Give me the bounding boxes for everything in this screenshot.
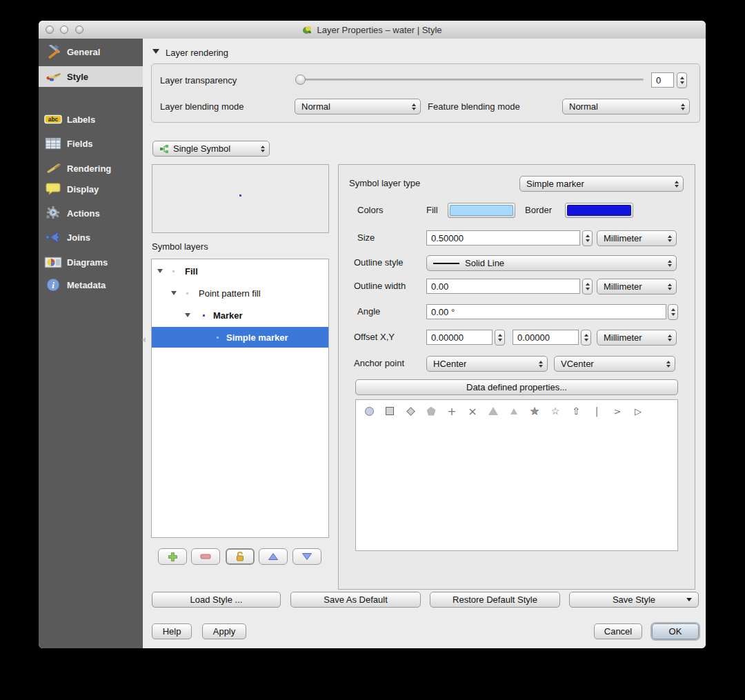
offset-y-spinner[interactable] bbox=[581, 330, 591, 346]
circle-marker-icon[interactable] bbox=[363, 405, 375, 417]
tree-item-point-pattern-fill[interactable]: Point pattern fill bbox=[152, 283, 328, 303]
transparency-value-field[interactable]: 0 bbox=[651, 72, 674, 88]
lock-symbol-layer-button[interactable] bbox=[226, 548, 255, 565]
titlebar[interactable]: Layer Properties – water | Style bbox=[39, 21, 706, 39]
arrowhead-marker-icon[interactable]: > bbox=[611, 405, 624, 417]
outline-width-spinner[interactable] bbox=[582, 279, 593, 294]
size-field[interactable]: 0.50000 bbox=[426, 230, 580, 246]
simple-marker-symbol-icon bbox=[217, 337, 219, 339]
anchor-h-dropdown[interactable]: HCenter bbox=[426, 356, 548, 372]
symbol-layers-label: Symbol layers bbox=[152, 241, 208, 252]
size-spinner[interactable] bbox=[582, 230, 593, 246]
save-style-button[interactable]: Save Style bbox=[569, 592, 699, 608]
outline-width-unit-dropdown[interactable]: Millimeter bbox=[597, 279, 677, 294]
cross-marker-icon[interactable]: + bbox=[446, 405, 458, 417]
angle-spinner[interactable] bbox=[668, 304, 678, 320]
ok-button[interactable]: OK bbox=[652, 623, 699, 639]
cross2-marker-icon[interactable]: × bbox=[466, 405, 479, 417]
layer-rendering-header[interactable]: Layer rendering bbox=[166, 48, 228, 58]
sidebar-item-fields[interactable]: Fields bbox=[39, 133, 143, 154]
dropdown-arrows-icon bbox=[668, 260, 672, 267]
cancel-button[interactable]: Cancel bbox=[594, 623, 642, 639]
offset-label: Offset X,Y bbox=[354, 332, 395, 342]
border-color-swatch[interactable] bbox=[565, 203, 633, 218]
outline-width-field[interactable]: 0.00 bbox=[426, 279, 580, 294]
sidebar-item-actions[interactable]: Actions bbox=[39, 203, 143, 223]
expand-arrow-icon[interactable] bbox=[185, 313, 190, 317]
tools-icon bbox=[44, 43, 62, 60]
border-color-inner bbox=[567, 205, 631, 216]
sidebar-item-metadata[interactable]: i Metadata bbox=[39, 274, 143, 295]
offset-y-field[interactable]: 0.00000 bbox=[513, 330, 579, 345]
load-style-button[interactable]: Load Style ... bbox=[152, 592, 281, 608]
lock-open-icon bbox=[235, 551, 246, 562]
size-unit-dropdown[interactable]: Millimeter bbox=[597, 230, 677, 246]
add-symbol-layer-button[interactable] bbox=[158, 548, 187, 565]
square-marker-icon[interactable] bbox=[384, 405, 396, 417]
down-arrow-icon bbox=[301, 552, 312, 561]
pentagon-marker-icon[interactable] bbox=[425, 405, 437, 417]
layer-properties-window: Layer Properties – water | Style General… bbox=[39, 21, 706, 648]
symbol-properties-panel: Symbol layer type Simple marker Colors F… bbox=[338, 164, 695, 590]
arrow-marker-icon[interactable]: ⇧ bbox=[570, 405, 582, 417]
offset-x-spinner[interactable] bbox=[495, 330, 505, 346]
feature-blending-dropdown[interactable]: Normal bbox=[562, 99, 690, 114]
help-button[interactable]: Help bbox=[152, 623, 192, 639]
tree-item-simple-marker[interactable]: Simple marker bbox=[152, 327, 328, 348]
sidebar-item-style[interactable]: Style bbox=[39, 66, 143, 87]
transparency-slider-handle[interactable] bbox=[295, 74, 306, 85]
info-icon: i bbox=[44, 277, 62, 293]
symbol-layers-tree: Fill Point pattern fill Marker Simple ma… bbox=[151, 259, 329, 538]
angle-field[interactable]: 0.00 ° bbox=[426, 304, 666, 319]
marker-symbol-icon bbox=[203, 314, 205, 317]
anchor-point-label: Anchor point bbox=[354, 358, 404, 368]
outline-style-dropdown[interactable]: Solid Line bbox=[426, 255, 677, 271]
tree-item-fill[interactable]: Fill bbox=[152, 261, 328, 281]
filled-arrowhead-marker-icon[interactable]: ▷ bbox=[632, 405, 644, 417]
star-marker-icon[interactable]: ☆ bbox=[549, 405, 562, 417]
collapse-triangle-icon[interactable] bbox=[152, 49, 159, 54]
line-marker-icon[interactable]: | bbox=[590, 405, 603, 417]
offset-unit-dropdown[interactable]: Millimeter bbox=[597, 330, 677, 346]
offset-x-field[interactable]: 0.00000 bbox=[426, 330, 493, 345]
svg-text:abc: abc bbox=[48, 116, 59, 123]
expand-arrow-icon[interactable] bbox=[171, 291, 177, 295]
sidebar-item-labels[interactable]: abc Labels bbox=[39, 109, 143, 130]
symbol-layer-type-label: Symbol layer type bbox=[349, 178, 420, 188]
move-down-button[interactable] bbox=[292, 548, 321, 565]
single-symbol-icon bbox=[159, 144, 169, 154]
apply-button[interactable]: Apply bbox=[202, 623, 246, 639]
sidebar-item-display[interactable]: Display bbox=[39, 179, 143, 199]
dropdown-arrows-icon bbox=[412, 103, 416, 110]
save-as-default-button[interactable]: Save As Default bbox=[290, 592, 421, 608]
sidebar-item-rendering[interactable]: Rendering bbox=[39, 158, 143, 179]
remove-symbol-layer-button[interactable] bbox=[191, 548, 220, 565]
sidebar-item-joins[interactable]: Joins bbox=[39, 227, 143, 248]
equilateral-triangle-marker-icon[interactable] bbox=[508, 405, 520, 417]
data-defined-properties-button[interactable]: Data defined properties... bbox=[355, 379, 678, 395]
renderer-dropdown[interactable]: Single Symbol bbox=[152, 141, 270, 157]
regular-star-marker-icon[interactable]: ★ bbox=[528, 405, 541, 417]
expand-arrow-icon[interactable] bbox=[157, 269, 163, 273]
move-up-button[interactable] bbox=[259, 548, 288, 565]
dropdown-arrow-icon bbox=[686, 598, 692, 601]
transparency-slider-track[interactable] bbox=[297, 79, 644, 81]
triangle-marker-icon[interactable] bbox=[487, 405, 499, 417]
dropdown-arrows-icon bbox=[681, 103, 685, 110]
sidebar-item-general[interactable]: General bbox=[39, 41, 143, 62]
diamond-marker-icon[interactable] bbox=[404, 405, 417, 417]
feature-blending-label: Feature blending mode bbox=[428, 101, 520, 112]
angle-label: Angle bbox=[357, 306, 380, 317]
anchor-v-dropdown[interactable]: VCenter bbox=[554, 356, 675, 372]
tree-item-marker[interactable]: Marker bbox=[152, 305, 328, 326]
symbol-layer-type-dropdown[interactable]: Simple marker bbox=[519, 176, 684, 192]
sidebar-item-diagrams[interactable]: Diagrams bbox=[39, 252, 143, 272]
fill-color-swatch[interactable] bbox=[448, 203, 515, 218]
transparency-spinner[interactable] bbox=[677, 72, 687, 88]
size-label: Size bbox=[357, 232, 375, 243]
dropdown-arrows-icon bbox=[675, 181, 679, 188]
layer-blending-dropdown[interactable]: Normal bbox=[295, 99, 421, 114]
point-pattern-symbol-icon bbox=[186, 292, 188, 294]
panel-resize-handle[interactable] bbox=[142, 337, 146, 343]
restore-default-style-button[interactable]: Restore Default Style bbox=[430, 592, 560, 608]
